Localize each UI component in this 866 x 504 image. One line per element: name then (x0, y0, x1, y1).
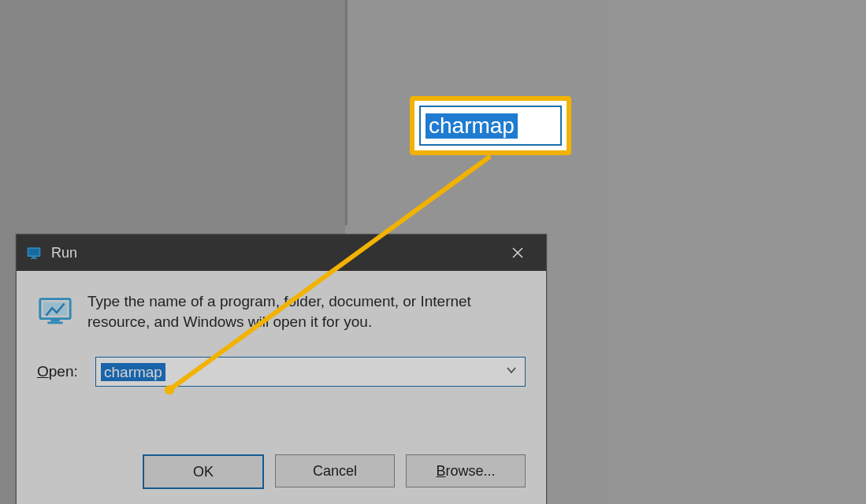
cancel-button[interactable]: Cancel (275, 454, 395, 487)
run-prompt-icon (37, 293, 73, 329)
background-divider (345, 0, 348, 225)
chevron-down-icon[interactable] (506, 365, 517, 379)
close-button[interactable] (494, 235, 541, 271)
run-dialog-titlebar[interactable]: Run (17, 235, 546, 271)
svg-rect-3 (31, 258, 37, 259)
callout-zoom-box: charmap (410, 96, 571, 155)
ok-button-label: OK (193, 464, 214, 480)
run-button-row: OK Cancel Browse... (143, 454, 526, 489)
svg-rect-1 (28, 249, 39, 255)
run-dialog-icon (24, 243, 43, 262)
run-dialog: Run Type the name of a program, folder, … (16, 234, 547, 504)
run-prompt-row: Type the name of a program, folder, docu… (37, 291, 526, 332)
callout-text: charmap (426, 113, 518, 139)
cancel-button-label: Cancel (313, 463, 357, 480)
open-combobox[interactable]: charmap (95, 357, 526, 387)
ok-button[interactable]: OK (143, 454, 264, 489)
run-prompt-text: Type the name of a program, folder, docu… (87, 291, 526, 332)
svg-rect-2 (32, 257, 36, 258)
browse-button[interactable]: Browse... (406, 454, 526, 487)
browse-button-label: Browse... (436, 463, 495, 480)
open-row: Open: charmap (37, 357, 526, 387)
run-dialog-body: Type the name of a program, folder, docu… (17, 271, 546, 504)
svg-rect-9 (47, 321, 62, 324)
svg-rect-8 (50, 319, 60, 322)
open-label: Open: (37, 363, 84, 380)
open-combobox-value: charmap (101, 363, 165, 381)
run-dialog-title: Run (51, 245, 494, 261)
close-icon (511, 246, 524, 259)
callout-inner-field: charmap (419, 106, 562, 146)
